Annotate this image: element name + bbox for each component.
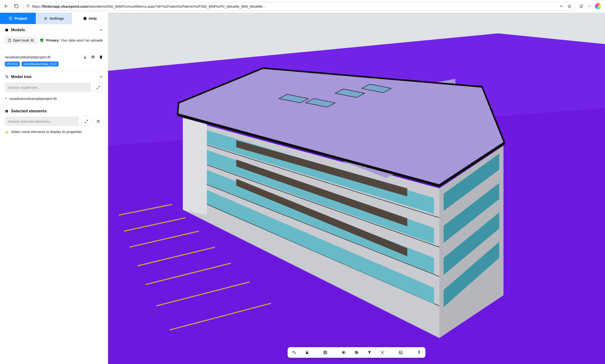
svg-text:A: A (560, 5, 562, 8)
briefcase-icon (97, 119, 100, 123)
svg-point-91 (419, 351, 419, 351)
selected-search-input[interactable] (5, 117, 79, 126)
panel-selected-title: Selected elements (11, 109, 47, 114)
model-file-name: racadvancedsampleproject.ifc (5, 55, 51, 59)
star-icon[interactable] (567, 4, 572, 9)
svg-marker-24 (6, 98, 7, 99)
panel-models-head[interactable]: Models (0, 24, 108, 36)
panel-model-tree: Model tree racadvancedsampleproject.ifc (0, 71, 108, 105)
walk-button[interactable] (412, 347, 425, 358)
more-icon[interactable] (587, 4, 592, 9)
tab-help-label: Help (89, 16, 97, 21)
show-button[interactable] (337, 347, 350, 358)
expand-selected-button[interactable] (81, 117, 91, 126)
focus-icon (380, 350, 385, 355)
svg-rect-27 (6, 111, 8, 111)
plan-button[interactable] (394, 347, 407, 358)
list-icon (5, 109, 9, 113)
eye-icon (341, 350, 346, 355)
svg-line-23 (97, 88, 98, 89)
svg-point-8 (589, 6, 590, 7)
tab-settings[interactable]: Settings (36, 13, 72, 24)
expand-icon (85, 119, 88, 123)
hide-button[interactable] (350, 347, 363, 358)
open-local-label: Open local .ifc (13, 39, 34, 42)
svg-rect-33 (6, 132, 7, 133)
model-badges: IFC2X3 CoordinationView_V2.0 (0, 62, 108, 71)
panel-models-title: Models (11, 28, 25, 32)
expand-icon (97, 86, 100, 89)
tab-settings-label: Settings (50, 16, 64, 21)
model-file-row: racadvancedsampleproject.ifc (0, 49, 108, 62)
eye-off-icon (354, 350, 359, 355)
svg-point-84 (343, 352, 344, 353)
model-viewer[interactable]: ✕ (108, 13, 605, 364)
tab-project-label: Project (14, 16, 27, 21)
chevron-up-icon (99, 28, 103, 32)
read-aloud-icon[interactable]: A (559, 4, 565, 9)
address-bar[interactable]: https://flinkerapp.sharepoint.com/sites/… (23, 2, 575, 11)
expand-tree-button[interactable] (93, 83, 103, 92)
cube-icon (5, 28, 9, 32)
undo-icon (292, 350, 296, 355)
lock-icon (305, 350, 309, 355)
export-selected-button[interactable] (93, 117, 103, 126)
svg-point-21 (7, 77, 8, 78)
tree-icon (5, 75, 9, 79)
tab-help[interactable]: Help (72, 13, 108, 24)
svg-rect-10 (10, 17, 12, 20)
download-icon[interactable] (83, 55, 87, 59)
filter-button[interactable] (363, 347, 376, 358)
open-local-ifc-button[interactable]: Open local .ifc (5, 37, 37, 44)
svg-line-29 (86, 120, 87, 121)
svg-marker-3 (568, 5, 571, 8)
shield-check-icon (40, 38, 44, 42)
tab-project[interactable]: Project (0, 13, 36, 24)
svg-rect-32 (6, 131, 7, 132)
svg-point-9 (590, 6, 591, 7)
svg-point-19 (5, 75, 6, 76)
svg-point-7 (588, 6, 588, 7)
selected-hint-text: Select some elements to display its prop… (11, 130, 82, 134)
privacy-text: Privacy: Your data won't be uploaded any… (46, 39, 103, 42)
back-button[interactable] (3, 3, 10, 10)
svg-point-20 (7, 76, 8, 76)
panel-models: Models Open local .ifc Privacy: Your dat… (0, 24, 108, 71)
building-render (108, 13, 605, 364)
lock-button[interactable] (301, 347, 314, 358)
tree-root-item[interactable]: racadvancedsampleproject.ifc (0, 96, 108, 105)
section-button[interactable] (319, 347, 332, 358)
refresh-button[interactable] (13, 3, 20, 10)
chevron-up-icon (99, 75, 103, 79)
favorites-icon[interactable] (579, 4, 584, 9)
badge-ifc-schema: IFC2X3 (5, 62, 20, 66)
floorplan-icon (399, 350, 403, 355)
panel-selected-head: Selected elements (0, 105, 108, 117)
undo-button[interactable] (288, 347, 301, 358)
trash-icon[interactable] (99, 55, 103, 59)
model-tree-search-input[interactable] (5, 83, 91, 92)
svg-line-22 (98, 86, 99, 87)
svg-point-17 (85, 19, 85, 19)
caret-right-icon (5, 97, 7, 100)
panel-tree-head[interactable]: Model tree (0, 71, 108, 83)
url-text: https://flinkerapp.sharepoint.com/sites/… (32, 4, 557, 8)
sidebar: Project Settings Help Models (0, 13, 108, 364)
badge-ifc-view: CoordinationView_V2.0 (22, 62, 59, 66)
svg-point-87 (382, 352, 383, 353)
svg-point-15 (45, 18, 46, 19)
focus-button[interactable] (376, 347, 389, 358)
app-container: Project Settings Help Models (0, 13, 605, 364)
browser-bar: https://flinkerapp.sharepoint.com/sites/… (0, 0, 605, 13)
svg-point-18 (92, 56, 93, 57)
section-icon (323, 350, 327, 355)
eye-icon[interactable] (91, 55, 95, 59)
walk-icon (417, 350, 421, 355)
tree-root-label: racadvancedsampleproject.ifc (9, 97, 57, 101)
svg-marker-4 (579, 5, 583, 8)
copilot-icon[interactable] (595, 3, 601, 9)
sidebar-tabs: Project Settings Help (0, 13, 108, 24)
lock-icon (26, 4, 30, 9)
svg-rect-82 (324, 351, 327, 354)
warning-icon (5, 130, 9, 134)
